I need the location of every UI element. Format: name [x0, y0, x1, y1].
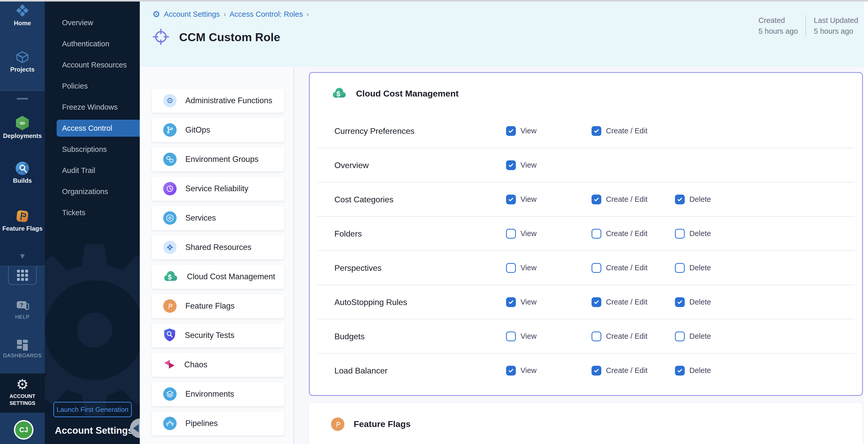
- sidebar-item-builds[interactable]: Builds: [0, 161, 45, 184]
- permission-row-folders: FoldersViewCreate / EditDelete: [317, 217, 855, 251]
- permission-row-label: Folders: [334, 229, 362, 239]
- settings-menu-item-organizations[interactable]: Organizations: [57, 183, 140, 200]
- checkbox-delete-checked[interactable]: [675, 366, 685, 376]
- settings-menu-item-access-control[interactable]: Access Control: [57, 120, 140, 137]
- settings-menu-item-tickets[interactable]: Tickets: [57, 204, 140, 221]
- checkbox-create-edit-checked[interactable]: [592, 195, 601, 204]
- permission-delete: Delete: [675, 297, 711, 307]
- breadcrumb-separator: ›: [223, 10, 226, 18]
- sidebar-item-feature-flags[interactable]: Feature Flags: [0, 209, 45, 232]
- permission-row-budgets: BudgetsViewCreate / EditDelete: [317, 319, 855, 354]
- sidebar-item-home[interactable]: Home: [0, 3, 45, 27]
- sidebar-item-label: Deployments: [3, 132, 42, 139]
- checkbox-delete-unchecked[interactable]: [675, 229, 685, 239]
- settings-gear-icon: ⚙: [16, 377, 29, 391]
- checkbox-create-edit-checked[interactable]: [592, 126, 601, 136]
- checkbox-delete-checked[interactable]: [675, 297, 685, 307]
- checkbox-delete-unchecked[interactable]: [675, 263, 685, 273]
- checkbox-view-checked[interactable]: [506, 160, 516, 170]
- sidebar-footer-title: Account Settings: [55, 425, 133, 436]
- checkbox-create-edit-checked[interactable]: [592, 297, 601, 307]
- module-grid-button[interactable]: [8, 266, 37, 285]
- permission-view: View: [506, 331, 536, 341]
- settings-menu-item-audit-trail[interactable]: Audit Trail: [57, 162, 140, 179]
- resource-card-cloud-cost-management[interactable]: $Cloud Cost Management: [152, 264, 284, 289]
- settings-menu-item-authentication[interactable]: Authentication: [57, 35, 140, 52]
- feature-flags-module-icon: [15, 209, 30, 223]
- meta-created: Created 5 hours ago: [758, 15, 798, 36]
- checkbox-create-edit-unchecked[interactable]: [592, 263, 601, 273]
- resource-card-environment-groups[interactable]: Environment Groups: [152, 147, 284, 171]
- resource-label: Administrative Functions: [185, 96, 272, 105]
- chevron-down-icon[interactable]: ▼: [0, 252, 45, 260]
- permission-name: Create / Edit: [606, 298, 647, 306]
- sidebar-item-dashboards[interactable]: DASHBOARDS: [0, 339, 45, 358]
- permission-create-edit: Create / Edit: [592, 229, 647, 239]
- permission-row-overview: OverviewView: [317, 148, 855, 183]
- permission-name: View: [521, 263, 536, 272]
- launch-first-generation-button[interactable]: Launch First Generation: [53, 402, 132, 417]
- resource-card-security-tests[interactable]: Security Tests: [152, 323, 284, 347]
- sidebar-item-label: HELP: [15, 314, 30, 320]
- sidebar-item-projects[interactable]: Projects: [0, 50, 45, 73]
- permission-create-edit: Create / Edit: [592, 126, 647, 136]
- permission-name: Create / Edit: [606, 366, 647, 375]
- checkbox-create-edit-unchecked[interactable]: [592, 229, 601, 239]
- sidebar-item-help[interactable]: ? HELP: [0, 300, 45, 320]
- module-drag-handle[interactable]: [17, 98, 28, 100]
- settings-menu: OverviewAuthenticationAccount ResourcesP…: [45, 14, 140, 225]
- permission-row-currency-preferences: Currency PreferencesViewCreate / Edit: [317, 114, 855, 148]
- resource-card-feature-flags[interactable]: Feature Flags: [152, 294, 284, 318]
- panel-header: $ Cloud Cost Management: [310, 73, 862, 114]
- checkbox-view-checked[interactable]: [506, 195, 516, 204]
- resource-card-pipelines[interactable]: Pipelines: [152, 411, 284, 436]
- sidebar-item-label: Home: [14, 20, 31, 27]
- permission-name: Delete: [689, 298, 711, 306]
- permission-create-edit: Create / Edit: [592, 331, 647, 341]
- permission-view: View: [506, 160, 536, 170]
- shared-resources-icon: [163, 241, 177, 254]
- settings-menu-item-overview[interactable]: Overview: [57, 14, 140, 31]
- resource-card-administrative-functions[interactable]: ⚙Administrative Functions: [152, 89, 284, 113]
- permission-view: View: [506, 366, 536, 376]
- checkbox-create-edit-unchecked[interactable]: [592, 331, 601, 341]
- checkbox-delete-checked[interactable]: [675, 195, 685, 204]
- permission-name: View: [521, 332, 536, 341]
- permission-delete: Delete: [675, 195, 711, 204]
- settings-menu-item-policies[interactable]: Policies: [57, 77, 140, 94]
- checkbox-view-unchecked[interactable]: [506, 331, 516, 341]
- scrollbar[interactable]: [864, 2, 868, 444]
- main-content: ⚙Administrative FunctionsGitOpsEnvironme…: [140, 67, 868, 444]
- breadcrumb-link-access-control-roles[interactable]: Access Control: Roles: [229, 10, 303, 19]
- checkbox-view-checked[interactable]: [506, 126, 516, 136]
- resource-card-environments[interactable]: Environments: [152, 382, 284, 406]
- settings-sidebar: ⚙ OverviewAuthenticationAccount Resource…: [45, 0, 140, 444]
- app-root: Home Projects ∞ Deployments Builds Featu…: [0, 0, 868, 444]
- permission-create-edit: Create / Edit: [592, 297, 647, 307]
- settings-menu-item-account-resources[interactable]: Account Resources: [57, 56, 140, 73]
- permission-row-label: Currency Preferences: [334, 126, 414, 136]
- resource-label: Shared Resources: [185, 243, 251, 252]
- page-header: ⚙ Account Settings › Access Control: Rol…: [140, 2, 868, 67]
- permission-row-label: Cost Categories: [334, 195, 393, 204]
- sidebar-item-deployments[interactable]: ∞ Deployments: [0, 115, 45, 139]
- resource-card-chaos[interactable]: Chaos: [152, 353, 284, 377]
- resource-card-service-reliability[interactable]: Service Reliability: [152, 177, 284, 201]
- permission-name: Delete: [689, 263, 711, 272]
- checkbox-view-checked[interactable]: [506, 297, 516, 307]
- checkbox-view-checked[interactable]: [506, 366, 516, 376]
- resource-category-list: ⚙Administrative FunctionsGitOpsEnvironme…: [140, 67, 294, 444]
- settings-menu-item-subscriptions[interactable]: Subscriptions: [57, 141, 140, 158]
- checkbox-create-edit-checked[interactable]: [592, 366, 601, 376]
- sidebar-item-account-settings[interactable]: ⚙ ACCOUNT SETTINGS: [0, 377, 45, 407]
- resource-card-services[interactable]: Services: [152, 206, 284, 230]
- checkbox-delete-unchecked[interactable]: [675, 331, 685, 341]
- checkbox-view-unchecked[interactable]: [506, 263, 516, 273]
- help-chat-icon: ?: [16, 300, 29, 313]
- breadcrumb-link-account-settings[interactable]: Account Settings: [164, 10, 220, 19]
- settings-menu-item-freeze-windows[interactable]: Freeze Windows: [57, 99, 140, 116]
- resource-card-gitops[interactable]: GitOps: [152, 118, 284, 142]
- user-avatar[interactable]: CJ: [14, 420, 33, 440]
- resource-card-shared-resources[interactable]: Shared Resources: [152, 235, 284, 259]
- checkbox-view-unchecked[interactable]: [506, 229, 516, 239]
